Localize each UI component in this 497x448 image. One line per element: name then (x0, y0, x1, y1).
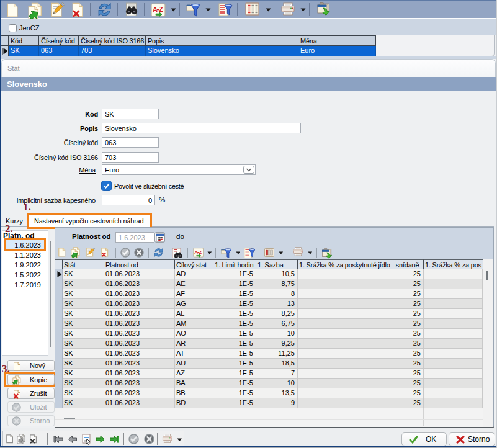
svg-text:Z: Z (159, 6, 163, 13)
svg-text:A: A (153, 6, 158, 13)
